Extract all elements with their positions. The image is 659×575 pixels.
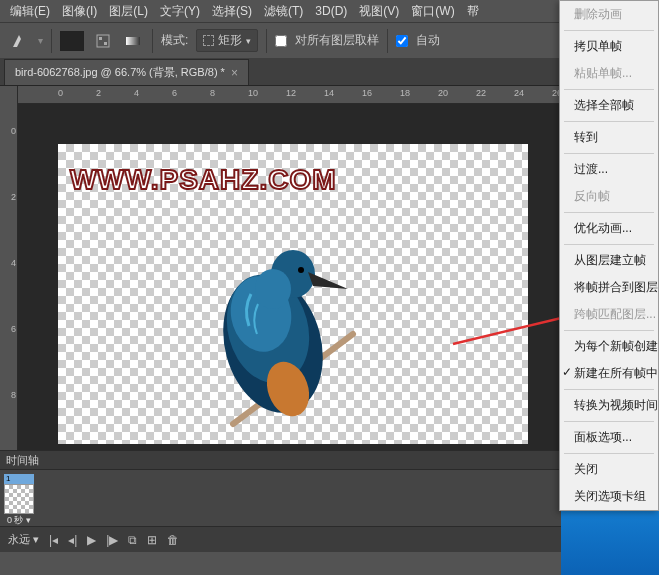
ruler-tick: 10 <box>248 88 258 98</box>
svg-rect-3 <box>126 37 140 45</box>
svg-rect-2 <box>104 42 107 45</box>
sample-all-checkbox[interactable] <box>275 35 287 47</box>
mode-label: 模式: <box>161 32 188 49</box>
timeline-context-menu: 删除动画 拷贝单帧 粘贴单帧... 选择全部帧 转到 过渡... 反向帧 优化动… <box>559 0 659 511</box>
shape-dropdown[interactable]: 矩形 ▾ <box>196 29 258 52</box>
ruler-vertical: 0 2 4 6 8 <box>0 86 18 450</box>
ruler-tick: 4 <box>2 258 16 268</box>
ruler-tick: 24 <box>514 88 524 98</box>
menu-help[interactable]: 帮 <box>461 3 485 20</box>
auto-label: 自动 <box>416 32 440 49</box>
menu-reverse-frames: 反向帧 <box>560 183 658 210</box>
document-tab[interactable]: bird-6062768.jpg @ 66.7% (背景, RGB/8) * × <box>4 59 249 85</box>
menu-select[interactable]: 选择(S) <box>206 3 258 20</box>
menu-optimize-animation[interactable]: 优化动画... <box>560 215 658 242</box>
delete-frame-button[interactable]: 🗑 <box>167 533 179 547</box>
menu-frames-from-layers[interactable]: 从图层建立帧 <box>560 247 658 274</box>
document-tab-title: bird-6062768.jpg @ 66.7% (背景, RGB/8) * <box>15 65 225 80</box>
timeline-title: 时间轴 <box>6 453 39 468</box>
menu-3d[interactable]: 3D(D) <box>309 4 353 18</box>
menu-close-tab-group[interactable]: 关闭选项卡组 <box>560 483 658 510</box>
ruler-tick: 4 <box>134 88 139 98</box>
menu-create-per-frame[interactable]: 为每个新帧创建 <box>560 333 658 360</box>
ruler-tick: 18 <box>400 88 410 98</box>
watermark-text: WWW.PSAHZ.COM <box>70 164 337 196</box>
svg-rect-0 <box>97 35 109 47</box>
menu-text[interactable]: 文字(Y) <box>154 3 206 20</box>
ruler-tick: 16 <box>362 88 372 98</box>
close-icon[interactable]: × <box>231 66 238 80</box>
gradient-icon[interactable] <box>122 30 144 52</box>
svg-point-10 <box>255 269 291 309</box>
ruler-tick: 22 <box>476 88 486 98</box>
ruler-tick: 20 <box>438 88 448 98</box>
play-button[interactable]: ▶ <box>87 533 96 547</box>
auto-checkbox[interactable] <box>396 35 408 47</box>
menu-copy-frame[interactable]: 拷贝单帧 <box>560 33 658 60</box>
menu-delete-animation: 删除动画 <box>560 1 658 28</box>
shape-label: 矩形 <box>218 32 242 49</box>
frame-duration[interactable]: 0 秒 ▾ <box>4 514 34 527</box>
chevron-down-icon[interactable]: ▾ <box>38 35 43 46</box>
ruler-tick: 14 <box>324 88 334 98</box>
menu-panel-options[interactable]: 面板选项... <box>560 424 658 451</box>
menu-filter[interactable]: 滤镜(T) <box>258 3 309 20</box>
sample-all-label: 对所有图层取样 <box>295 32 379 49</box>
menu-paste-frame: 粘贴单帧... <box>560 60 658 87</box>
menu-select-all-frames[interactable]: 选择全部帧 <box>560 92 658 119</box>
menu-convert-video-timeline[interactable]: 转换为视频时间 <box>560 392 658 419</box>
pattern-icon[interactable] <box>92 30 114 52</box>
tween-button[interactable]: ⧉ <box>128 533 137 547</box>
first-frame-button[interactable]: |◂ <box>49 533 58 547</box>
duplicate-frame-button[interactable]: ⊞ <box>147 533 157 547</box>
ruler-tick: 2 <box>2 192 16 202</box>
menu-goto[interactable]: 转到 <box>560 124 658 151</box>
menu-image[interactable]: 图像(I) <box>56 3 103 20</box>
ruler-tick: 0 <box>2 126 16 136</box>
ruler-tick: 8 <box>2 390 16 400</box>
chevron-down-icon: ▾ <box>246 36 251 46</box>
ruler-tick: 12 <box>286 88 296 98</box>
svg-rect-1 <box>99 37 102 40</box>
frame-number: 1 <box>4 474 34 484</box>
foreground-swatch[interactable] <box>60 31 84 51</box>
menu-window[interactable]: 窗口(W) <box>405 3 460 20</box>
ruler-tick: 6 <box>172 88 177 98</box>
menu-match-layers: 跨帧匹配图层... <box>560 301 658 328</box>
ruler-tick: 0 <box>58 88 63 98</box>
ruler-tick: 6 <box>2 324 16 334</box>
menu-edit[interactable]: 编辑(E) <box>4 3 56 20</box>
menu-view[interactable]: 视图(V) <box>353 3 405 20</box>
tool-icon[interactable] <box>8 30 30 52</box>
menu-tween[interactable]: 过渡... <box>560 156 658 183</box>
menu-new-in-all-frames[interactable]: 新建在所有帧中 <box>560 360 658 387</box>
frame-thumbnail <box>4 484 34 514</box>
timeline-frame[interactable]: 1 0 秒 ▾ <box>4 474 34 522</box>
menu-close[interactable]: 关闭 <box>560 456 658 483</box>
canvas-transparency: WWW.PSAHZ.COM <box>58 144 528 444</box>
svg-point-8 <box>298 267 304 273</box>
menu-flatten-frames[interactable]: 将帧拼合到图层 <box>560 274 658 301</box>
rectangle-icon <box>203 35 214 46</box>
menu-layer[interactable]: 图层(L) <box>103 3 154 20</box>
next-frame-button[interactable]: |▶ <box>106 533 118 547</box>
loop-dropdown[interactable]: 永远 ▾ <box>8 532 39 547</box>
ruler-tick: 2 <box>96 88 101 98</box>
prev-frame-button[interactable]: ◂| <box>68 533 77 547</box>
bird-image <box>173 234 373 450</box>
ruler-tick: 8 <box>210 88 215 98</box>
